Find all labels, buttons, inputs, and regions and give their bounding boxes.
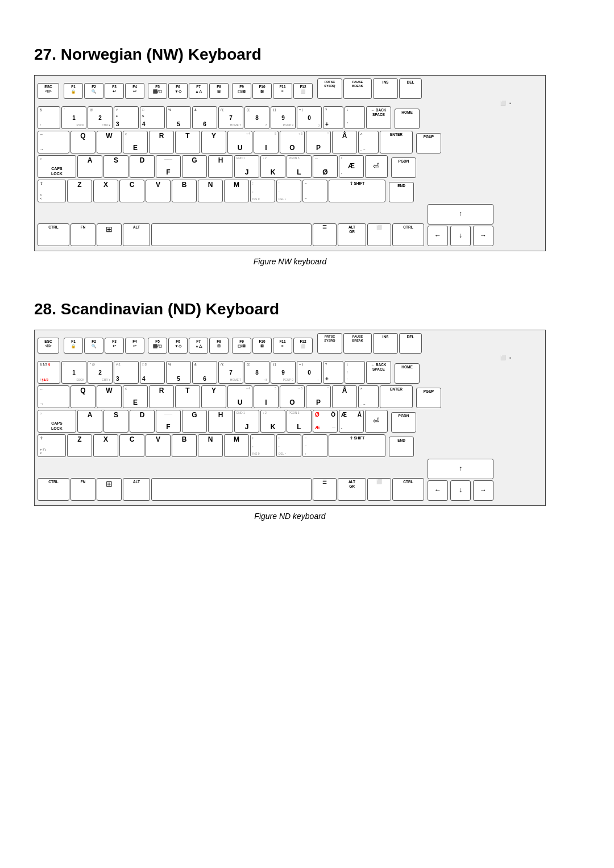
- nd-key-k[interactable]: ↓ 2 K: [260, 410, 285, 433]
- key-h[interactable]: H: [208, 155, 233, 178]
- key-f8[interactable]: F8⊞: [209, 83, 229, 99]
- key-slash[interactable]: – –: [302, 180, 327, 202]
- nd-key-backslash[interactable]: \ ! ': [345, 361, 365, 384]
- key-4[interactable]: □ $ 4: [140, 106, 165, 129]
- nd-key-oslash[interactable]: Ø Ö Æ —: [313, 410, 338, 433]
- nd-key-9[interactable]: ) ] 9 PGUP 9: [271, 361, 296, 384]
- nd-key-t[interactable]: T: [175, 385, 200, 408]
- key-b[interactable]: B: [172, 180, 197, 202]
- key-v[interactable]: V: [146, 180, 171, 202]
- key-o[interactable]: + 6 O: [280, 131, 305, 153]
- nd-key-del[interactable]: DEL: [399, 333, 422, 354]
- nd-key-a-special[interactable]: Å: [332, 385, 357, 408]
- nd-key-1[interactable]: ! 1 ESCK: [61, 361, 86, 384]
- key-7[interactable]: / { 7 HOME 7: [218, 106, 243, 129]
- key-f1[interactable]: F1🔒: [64, 83, 83, 99]
- nd-key-pause[interactable]: PAUSEBREAK: [343, 333, 372, 354]
- nd-key-f12[interactable]: F12⬜: [293, 338, 313, 354]
- nd-key-a[interactable]: A: [77, 410, 102, 433]
- nd-key-shift-left[interactable]: ⇧ > ! \<: [38, 434, 66, 457]
- key-6[interactable]: & 6: [192, 106, 217, 129]
- nd-key-ctrl-right[interactable]: CTRL: [392, 478, 424, 501]
- key-shift-left[interactable]: ⇧ ><: [38, 180, 66, 202]
- nd-key-pgdn[interactable]: PGDN: [391, 412, 416, 433]
- nd-key-esc[interactable]: ESC◁|▷: [38, 338, 59, 354]
- nd-key-6[interactable]: & 6: [192, 361, 217, 384]
- nd-key-p[interactable]: * P: [306, 385, 331, 408]
- key-c[interactable]: C: [119, 180, 144, 202]
- key-p[interactable]: * P: [306, 131, 331, 153]
- key-l[interactable]: PGDN 3 L: [287, 155, 312, 178]
- nd-key-z[interactable]: Z: [67, 434, 92, 457]
- key-f[interactable]: _____ F: [156, 155, 181, 178]
- nd-key-f[interactable]: _____ F: [156, 410, 181, 433]
- nd-key-d[interactable]: D: [130, 410, 155, 433]
- key-f12[interactable]: F12⬜: [293, 83, 313, 99]
- nd-key-n[interactable]: N: [198, 434, 223, 457]
- key-pgup[interactable]: PGUP: [416, 133, 441, 153]
- nd-key-7[interactable]: / { 7 HOME 7: [218, 361, 243, 384]
- nd-key-space[interactable]: [151, 478, 312, 501]
- nd-key-f11[interactable]: F11≡: [273, 338, 292, 354]
- key-period[interactable]: : . DEL •: [276, 180, 301, 202]
- nd-key-f5[interactable]: F5⬛/◻: [148, 338, 167, 354]
- key-caps-lock[interactable]: ○ CAPSLOCK: [38, 155, 76, 178]
- key-caret[interactable]: ^ .. ~: [358, 131, 379, 153]
- nd-key-alt[interactable]: ALT: [123, 478, 150, 501]
- key-end[interactable]: END: [389, 182, 414, 202]
- key-up[interactable]: ↑: [428, 204, 493, 225]
- key-5[interactable]: % 5: [166, 106, 191, 129]
- key-m[interactable]: M: [224, 180, 249, 202]
- nd-key-f10[interactable]: F10⊠: [252, 338, 272, 354]
- nd-key-f9[interactable]: F9◻/⊠: [232, 338, 251, 354]
- nd-key-prtsc[interactable]: PRTSCSYSRQ: [317, 333, 342, 354]
- key-a-special-nw[interactable]: Å: [332, 131, 357, 153]
- key-j[interactable]: END 1 J: [234, 155, 259, 178]
- key-r[interactable]: R: [149, 131, 174, 153]
- nd-key-shift-right[interactable]: ⇧ SHIFT: [329, 434, 385, 457]
- nd-key-o[interactable]: → 6 O: [280, 385, 305, 408]
- nd-key-pgup[interactable]: PGUP: [416, 388, 441, 408]
- nd-key-0[interactable]: = } 0 →: [297, 361, 322, 384]
- key-comma[interactable]: ; , INS 0: [250, 180, 275, 202]
- nd-key-enter-small[interactable]: ⏎: [365, 410, 388, 433]
- key-prtsc[interactable]: PRTSCSYSRQ: [317, 78, 342, 99]
- nd-key-f8[interactable]: F8⊞: [209, 338, 229, 354]
- key-alt[interactable]: ALT: [123, 223, 150, 246]
- key-section[interactable]: § !: [38, 106, 60, 129]
- nd-key-w[interactable]: W: [97, 385, 122, 408]
- nd-key-s[interactable]: S: [103, 410, 128, 433]
- nd-key-2[interactable]: " @ 2 CBR ¥: [88, 361, 113, 384]
- nd-key-slash[interactable]: – – +: [302, 434, 327, 457]
- nd-key-menu2[interactable]: ⬜: [367, 478, 391, 501]
- key-f6[interactable]: F6▼◇: [168, 83, 188, 99]
- nd-key-enter[interactable]: ENTER: [380, 385, 413, 408]
- key-k[interactable]: ↓ 2 K: [260, 155, 285, 178]
- key-s[interactable]: S: [103, 155, 128, 178]
- key-f4[interactable]: F4↩: [125, 83, 144, 99]
- nd-key-win[interactable]: ⊞: [97, 478, 122, 501]
- nd-key-g[interactable]: G: [182, 410, 207, 433]
- key-menu[interactable]: ☰: [313, 223, 337, 246]
- nd-key-y[interactable]: Y: [201, 385, 226, 408]
- key-e[interactable]: € E: [123, 131, 148, 153]
- nd-key-c[interactable]: C: [119, 434, 144, 457]
- nd-key-j[interactable]: END 1 J: [234, 410, 259, 433]
- nd-key-l[interactable]: PGDN 3 L: [287, 410, 312, 433]
- key-i[interactable]: 5 I: [254, 131, 279, 153]
- key-pause[interactable]: PAUSEBREAK: [343, 78, 372, 99]
- key-d[interactable]: D: [130, 155, 155, 178]
- key-q[interactable]: Q: [70, 131, 96, 153]
- key-pgdn[interactable]: PGDN: [391, 157, 416, 178]
- key-f10[interactable]: F10⊠: [252, 83, 272, 99]
- key-f5[interactable]: F5⬛/◻: [148, 83, 167, 99]
- key-backslash[interactable]: \ ': [345, 106, 365, 129]
- nd-key-end[interactable]: END: [389, 437, 414, 457]
- nd-key-right[interactable]: →: [473, 480, 493, 501]
- key-g[interactable]: G: [182, 155, 207, 178]
- key-w[interactable]: W: [97, 131, 122, 153]
- nd-key-section[interactable]: § 1/2 § ! §1/2: [38, 361, 60, 384]
- nd-key-f2[interactable]: F2🔍: [84, 338, 103, 354]
- key-n[interactable]: N: [198, 180, 223, 202]
- nd-key-ctrl-left[interactable]: CTRL: [38, 478, 69, 501]
